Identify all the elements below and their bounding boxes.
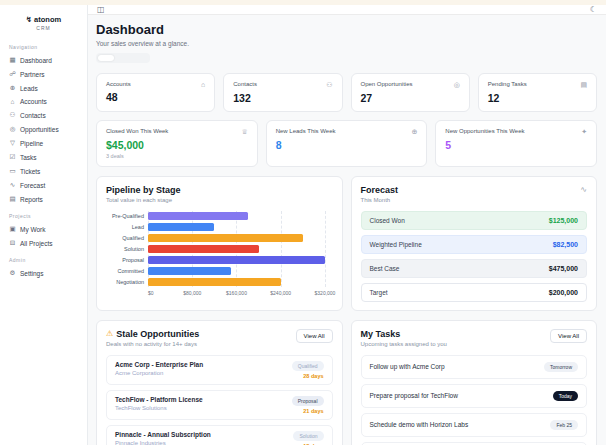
forecast-title: Forecast bbox=[361, 185, 399, 195]
sidebar-item-contacts[interactable]: ⚇ Contacts bbox=[0, 108, 87, 122]
task-item[interactable]: Prepare proposal for TechFlow Today bbox=[361, 384, 588, 408]
task-title: Prepare proposal for TechFlow bbox=[370, 392, 458, 399]
sidebar-section-label: Admin bbox=[0, 257, 87, 263]
highlight-sub bbox=[276, 153, 418, 159]
sidebar-item-all-projects[interactable]: ⊟ All Projects bbox=[0, 236, 87, 250]
highlight-label: Closed Won This Week bbox=[106, 128, 168, 134]
chart-category-label: Qualified bbox=[106, 235, 148, 241]
chart-bar-row: Solution bbox=[106, 244, 333, 255]
tasks-view-all-button[interactable]: View All bbox=[550, 329, 587, 343]
stat-card-pending-tasks[interactable]: Pending Tasks ▤ 12 bbox=[478, 73, 597, 112]
chart-category-label: Negotiation bbox=[106, 279, 148, 285]
tab-company-metrics[interactable] bbox=[115, 55, 131, 61]
sidebar-toggle-icon[interactable]: ◫ bbox=[97, 5, 105, 14]
tickets-icon: ▭ bbox=[9, 167, 16, 175]
highlight-card-new-opportunities-this-week[interactable]: New Opportunities This Week ✦ 5 bbox=[435, 120, 597, 167]
chart-bars: Pre-Qualified Lead Qualified Solution Pr… bbox=[106, 211, 333, 288]
sidebar-item-partners[interactable]: ☍ Partners bbox=[0, 67, 87, 81]
trophy-icon: ♕ bbox=[241, 128, 247, 136]
pipeline-title: Pipeline by Stage bbox=[106, 185, 181, 195]
highlight-value: $45,000 bbox=[106, 139, 248, 151]
chart-category-label: Proposal bbox=[106, 257, 148, 263]
forecast-row-label: Best Case bbox=[370, 265, 400, 272]
sidebar-nav: Navigation ▦ Dashboard ☍ Partners ⊕ Lead… bbox=[0, 44, 87, 280]
highlight-card-closed-won-this-week[interactable]: Closed Won This Week ♕ $45,000 3 deals bbox=[96, 120, 258, 167]
stale-opportunities-card: ⚠ Stale Opportunities Deals with no acti… bbox=[96, 320, 343, 445]
x-tick-label: $320,000 bbox=[315, 290, 336, 296]
stale-opportunity-item[interactable]: TechFlow - Platform License TechFlow Sol… bbox=[106, 390, 333, 420]
sidebar: ↯ atonom CRM Navigation ▦ Dashboard ☍ Pa… bbox=[0, 5, 88, 445]
task-title: Schedule demo with Horizon Labs bbox=[370, 421, 469, 428]
target-icon: ◎ bbox=[454, 81, 460, 89]
theme-toggle-icon[interactable]: ☾ bbox=[590, 5, 597, 14]
opportunity-company: Acme Corporation bbox=[115, 370, 203, 376]
page-title: Dashboard bbox=[96, 23, 597, 38]
stale-opportunity-item[interactable]: Acme Corp - Enterprise Plan Acme Corpora… bbox=[106, 355, 333, 385]
task-item[interactable]: Follow up with Acme Corp Tomorrow bbox=[361, 355, 588, 379]
sidebar-item-my-work[interactable]: ▣ My Work bbox=[0, 222, 87, 236]
forecast-row-label: Weighted Pipeline bbox=[370, 241, 422, 248]
sidebar-item-leads[interactable]: ⊕ Leads bbox=[0, 81, 87, 95]
pipeline-icon: ▽ bbox=[9, 139, 16, 147]
opportunity-title: Pinnacle - Annual Subscription bbox=[115, 431, 211, 438]
stale-title: Stale Opportunities bbox=[116, 329, 199, 339]
main-column: ◫ ☾ Dashboard Your sales overview at a g… bbox=[88, 5, 606, 445]
forecast-row-value: $125,000 bbox=[549, 217, 578, 224]
chart-bar bbox=[148, 212, 248, 220]
sidebar-item-tasks[interactable]: ☑ Tasks bbox=[0, 150, 87, 164]
my-tasks-card: My Tasks Upcoming tasks assigned to you … bbox=[351, 320, 598, 445]
forecast-card: Forecast This Month ∿ Closed Won $125,00… bbox=[351, 176, 598, 311]
highlight-value: 8 bbox=[276, 139, 418, 151]
sidebar-section: Admin ⚙ Settings bbox=[0, 257, 87, 280]
chart-bar-row: Lead bbox=[106, 222, 333, 233]
brand-logo[interactable]: ↯ atonom CRM bbox=[0, 11, 87, 37]
task-item[interactable]: Schedule demo with Horizon Labs Feb 25 bbox=[361, 413, 588, 437]
sidebar-item-label: Tasks bbox=[20, 154, 37, 161]
stage-badge: Qualified bbox=[292, 361, 324, 371]
sidebar-item-label: Accounts bbox=[20, 98, 47, 105]
sidebar-item-label: All Projects bbox=[20, 240, 53, 247]
stage-badge: Solution bbox=[293, 431, 323, 441]
pipeline-by-stage-card: Pipeline by Stage Total value in each st… bbox=[96, 176, 343, 311]
sidebar-item-label: Settings bbox=[20, 270, 44, 277]
sidebar-item-pipeline[interactable]: ▽ Pipeline bbox=[0, 136, 87, 150]
sidebar-item-label: Pipeline bbox=[20, 140, 43, 147]
opportunity-company: TechFlow Solutions bbox=[115, 405, 203, 411]
x-tick-label: $160,000 bbox=[226, 290, 247, 296]
stat-label: Open Opportunities bbox=[361, 81, 413, 87]
sidebar-item-accounts[interactable]: ⌂ Accounts bbox=[0, 95, 87, 108]
sidebar-item-tickets[interactable]: ▭ Tickets bbox=[0, 164, 87, 178]
chart-category-label: Lead bbox=[106, 224, 148, 230]
task-title: Follow up with Acme Corp bbox=[370, 363, 445, 370]
warning-icon: ⚠ bbox=[106, 329, 113, 338]
stat-card-contacts[interactable]: Contacts ⚇ 132 bbox=[223, 73, 342, 112]
due-badge: Feb 25 bbox=[550, 420, 578, 430]
stat-card-accounts[interactable]: Accounts ⌂ 48 bbox=[96, 73, 215, 112]
charts-row: Pipeline by Stage Total value in each st… bbox=[96, 176, 597, 311]
sidebar-item-reports[interactable]: ▤ Reports bbox=[0, 192, 87, 206]
highlight-card-new-leads-this-week[interactable]: New Leads This Week ⊕ 8 bbox=[266, 120, 428, 167]
sidebar-item-label: Contacts bbox=[20, 112, 46, 119]
bottom-row: ⚠ Stale Opportunities Deals with no acti… bbox=[96, 320, 597, 445]
tab-home[interactable] bbox=[98, 55, 114, 61]
chart-bar-row: Committed bbox=[106, 266, 333, 277]
settings-icon: ⚙ bbox=[9, 269, 16, 277]
sidebar-item-opportunities[interactable]: ◎ Opportunities bbox=[0, 122, 87, 136]
sidebar-item-dashboard[interactable]: ▦ Dashboard bbox=[0, 53, 87, 67]
forecast-row-best-case: Best Case $475,000 bbox=[361, 259, 588, 278]
stale-opportunity-item[interactable]: Pinnacle - Annual Subscription Pinnacle … bbox=[106, 425, 333, 445]
tab-marketing[interactable] bbox=[132, 55, 148, 61]
my-work-icon: ▣ bbox=[9, 225, 16, 233]
user-plus-icon: ⊕ bbox=[411, 128, 417, 136]
sidebar-item-label: Dashboard bbox=[20, 57, 52, 64]
chart-bar bbox=[148, 267, 231, 275]
sidebar-item-forecast[interactable]: ∿ Forecast bbox=[0, 178, 87, 192]
forecast-row-value: $82,500 bbox=[553, 241, 578, 248]
stale-view-all-button[interactable]: View All bbox=[296, 329, 333, 343]
topbar: ◫ ☾ bbox=[88, 5, 606, 15]
sidebar-item-settings[interactable]: ⚙ Settings bbox=[0, 266, 87, 280]
highlight-label: New Leads This Week bbox=[276, 128, 336, 134]
stat-card-open-opportunities[interactable]: Open Opportunities ◎ 27 bbox=[351, 73, 470, 112]
sidebar-item-label: Leads bbox=[20, 85, 38, 92]
sidebar-section-label: Projects bbox=[0, 213, 87, 219]
